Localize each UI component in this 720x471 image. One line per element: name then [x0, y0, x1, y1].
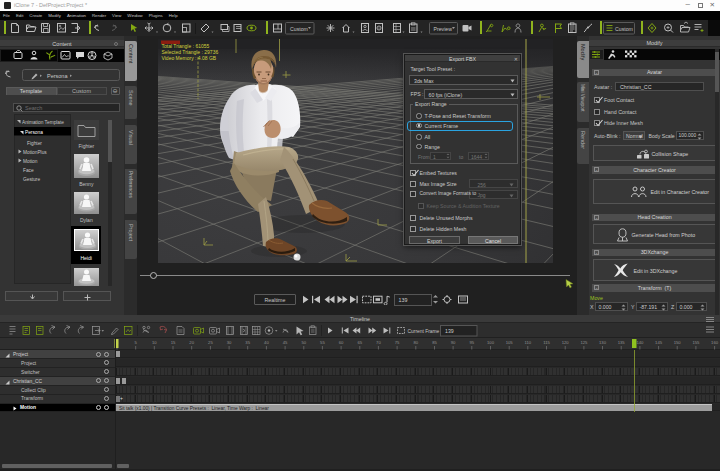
svg-text:115: 115 [543, 340, 550, 345]
svg-text:60: 60 [339, 340, 344, 345]
svg-text:Motion: Motion [23, 159, 38, 164]
svg-text:140: 140 [636, 340, 644, 345]
svg-text:40: 40 [264, 340, 269, 345]
svg-text:125: 125 [580, 340, 588, 345]
svg-text:MotionPlus: MotionPlus [23, 150, 47, 155]
svg-text:95: 95 [469, 340, 474, 345]
svg-text:150: 150 [674, 340, 682, 345]
svg-text:Custom: Custom [615, 25, 633, 31]
svg-text:30: 30 [227, 340, 232, 345]
svg-text:5: 5 [135, 340, 138, 345]
svg-text:Face: Face [23, 168, 34, 173]
svg-text:110: 110 [524, 340, 531, 345]
svg-text:Fighter: Fighter [27, 141, 42, 146]
svg-text:65: 65 [357, 340, 362, 345]
svg-text:Animation Template: Animation Template [22, 120, 64, 125]
svg-text:55: 55 [320, 340, 325, 345]
svg-text:155: 155 [692, 340, 700, 345]
svg-text:135: 135 [618, 340, 626, 345]
svg-text:50: 50 [301, 340, 306, 345]
svg-text:120: 120 [562, 340, 570, 345]
svg-text:25: 25 [208, 340, 213, 345]
svg-text:105: 105 [506, 340, 514, 345]
svg-text:10: 10 [152, 340, 157, 345]
svg-text:80: 80 [413, 340, 418, 345]
svg-text:45: 45 [283, 340, 288, 345]
svg-text:130: 130 [599, 340, 607, 345]
svg-text:20: 20 [189, 340, 194, 345]
svg-text:75: 75 [395, 340, 400, 345]
svg-text:Custom: Custom [290, 25, 308, 31]
svg-text:Persona: Persona [25, 130, 43, 135]
svg-text:Video Memory : 4.08 GB: Video Memory : 4.08 GB [162, 55, 217, 61]
svg-text:145: 145 [655, 340, 663, 345]
svg-text:Preview: Preview [434, 25, 453, 31]
svg-text:85: 85 [432, 340, 437, 345]
svg-text:Persona: Persona [47, 73, 68, 79]
svg-text:35: 35 [245, 340, 250, 345]
svg-text:100: 100 [487, 340, 495, 345]
svg-text:90: 90 [451, 340, 456, 345]
svg-text:70: 70 [376, 340, 381, 345]
svg-text:Gesture: Gesture [23, 177, 40, 182]
svg-text:15: 15 [171, 340, 176, 345]
svg-text:160: 160 [711, 340, 719, 345]
